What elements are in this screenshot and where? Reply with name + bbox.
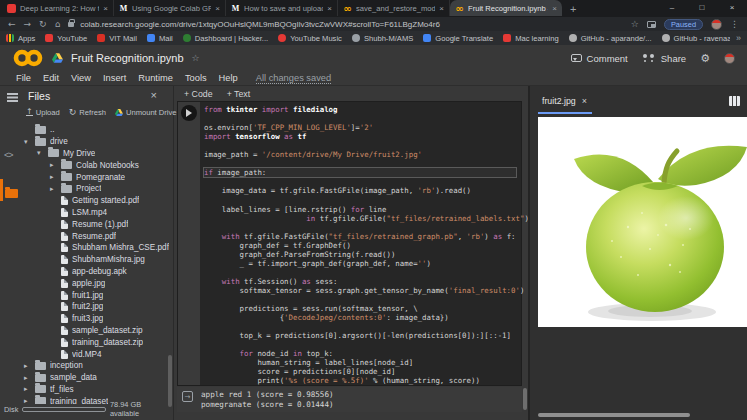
browser-tab[interactable]: ∞Fruit Recognition.ipynb - Colab×: [450, 0, 562, 16]
bookmarks-overflow-icon[interactable]: »: [736, 33, 741, 43]
tree-item[interactable]: training_dataset.zip: [22, 336, 170, 348]
tree-item[interactable]: ShubhamMishra.jpg: [22, 254, 170, 266]
bookmark-item[interactable]: VIT Mail: [97, 34, 137, 43]
files-close-icon[interactable]: ×: [151, 89, 157, 101]
layout-columns-icon[interactable]: [729, 96, 740, 106]
image-panel-hscrollbar[interactable]: [538, 413, 690, 417]
tree-item[interactable]: fruit2.jpg: [22, 301, 170, 313]
browser-avatar[interactable]: [711, 19, 722, 30]
tree-item[interactable]: Shubham Mishra_CSE.pdf: [22, 242, 170, 254]
tree-item[interactable]: ▾My Drive: [22, 148, 170, 160]
code-snippets-icon[interactable]: <>: [4, 150, 13, 160]
tab-close-icon[interactable]: ×: [215, 4, 220, 13]
bookmark-item[interactable]: Google Translate: [423, 34, 493, 43]
tree-item[interactable]: apple.jpg: [22, 277, 170, 289]
tab-close-icon[interactable]: ×: [327, 4, 332, 13]
bookmark-item[interactable]: GitHub - ravenaaa...: [662, 34, 730, 43]
tree-arrow-icon[interactable]: ▾: [24, 138, 31, 146]
tree-arrow-icon[interactable]: ▸: [24, 385, 31, 393]
files-scrollbar[interactable]: [168, 355, 172, 407]
tree-item[interactable]: ▸sample_data: [22, 372, 170, 384]
home-icon[interactable]: ⌂: [55, 19, 61, 29]
tree-arrow-icon[interactable]: ▸: [50, 185, 57, 193]
browser-tab[interactable]: Deep Learning 2: How to Uploa×: [2, 0, 114, 16]
bookmark-item[interactable]: Mail: [147, 34, 173, 43]
account-avatar[interactable]: [724, 53, 735, 64]
bookmark-item[interactable]: GitHub - aparande/...: [569, 34, 652, 43]
tree-item[interactable]: ▸inception: [22, 360, 170, 372]
tree-item[interactable]: fruit3.jpg: [22, 313, 170, 325]
address-bar[interactable]: colab.research.google.com/drive/1xtqyOOu…: [80, 20, 622, 29]
browser-tab[interactable]: MHow to save and upload Deep L×: [226, 0, 338, 16]
run-cell-button[interactable]: [181, 105, 197, 121]
tree-item[interactable]: sample_dataset.zip: [22, 325, 170, 337]
bookmark-item[interactable]: Apps: [6, 34, 35, 43]
menu-edit[interactable]: Edit: [43, 73, 59, 83]
bookmark-favicon: [503, 34, 511, 42]
tree-item[interactable]: app-debug.apk: [22, 266, 170, 278]
image-tab-close-icon[interactable]: ×: [582, 96, 587, 106]
menu-runtime[interactable]: Runtime: [138, 73, 173, 83]
menu-help[interactable]: Help: [219, 73, 238, 83]
tree-arrow-icon[interactable]: ▸: [50, 173, 57, 181]
hamburger-icon[interactable]: [7, 93, 18, 95]
share-button[interactable]: Share: [642, 53, 686, 64]
notebook-title[interactable]: Fruit Recognition.ipynb: [71, 52, 184, 64]
tree-item[interactable]: ▸tf_files: [22, 384, 170, 396]
add-code-button[interactable]: + Code: [184, 89, 213, 99]
code-editor[interactable]: from tkinter import filedialog os.enviro…: [204, 105, 519, 385]
bookmark-item[interactable]: YouTube Music: [278, 34, 342, 43]
new-tab-button[interactable]: +: [570, 3, 576, 15]
tree-arrow-icon[interactable]: ▸: [24, 374, 31, 382]
add-text-button[interactable]: + Text: [227, 89, 251, 99]
menu-insert[interactable]: Insert: [103, 73, 126, 83]
back-icon[interactable]: ←: [8, 19, 16, 29]
tree-arrow-icon[interactable]: ▾: [37, 149, 44, 157]
maximize-button[interactable]: □: [687, 0, 717, 16]
tab-close-icon[interactable]: ×: [103, 4, 108, 13]
refresh-button[interactable]: ↻ Refresh: [69, 107, 106, 117]
reload-icon[interactable]: ↻: [39, 19, 47, 29]
forward-icon[interactable]: →: [24, 19, 32, 29]
tree-item[interactable]: Resume.pdf: [22, 230, 170, 242]
tree-item[interactable]: vid.MP4: [22, 348, 170, 360]
tree-item[interactable]: ▸Project: [22, 183, 170, 195]
tree-arrow-icon[interactable]: ▸: [24, 362, 31, 370]
bookmark-item[interactable]: Dashboard | Hacker...: [183, 34, 268, 43]
close-button[interactable]: ×: [717, 0, 747, 16]
tree-item[interactable]: ▾drive: [22, 136, 170, 148]
tree-item[interactable]: ▸Colab Notebooks: [22, 159, 170, 171]
browser-tab[interactable]: ∞save_and_restore_models.ipynb×: [338, 0, 450, 16]
bookmark-star-icon[interactable]: ☆: [631, 19, 639, 29]
menu-view[interactable]: View: [71, 73, 91, 83]
image-tab[interactable]: fruit2.jpg ×: [542, 96, 587, 106]
tree-item[interactable]: ..: [22, 124, 170, 136]
pip-icon[interactable]: [647, 21, 656, 28]
star-notebook-icon[interactable]: ☆: [192, 53, 200, 63]
unmount-drive-button[interactable]: Unmount Drive: [115, 108, 177, 117]
minimize-button[interactable]: –: [657, 0, 687, 16]
comment-button[interactable]: Comment: [571, 53, 628, 64]
bookmark-item[interactable]: Shubh-M/AMS: [352, 34, 413, 43]
upload-button[interactable]: ↑ Upload: [26, 108, 60, 117]
tree-item[interactable]: LSM.mp4: [22, 207, 170, 219]
tab-close-icon[interactable]: ×: [439, 4, 444, 13]
tree-item[interactable]: fruit1.jpg: [22, 289, 170, 301]
browser-tab[interactable]: MUsing Google Colab GPU VM + ×: [114, 0, 226, 16]
bookmark-item[interactable]: YouTube: [45, 34, 87, 43]
notebook-scrollbar[interactable]: [523, 388, 527, 410]
files-rail-icon[interactable]: [5, 184, 18, 202]
tree-item[interactable]: Getting started.pdf: [22, 195, 170, 207]
settings-gear-icon[interactable]: ⚙: [700, 52, 710, 65]
tree-arrow-icon[interactable]: ▸: [50, 161, 57, 169]
tab-title: Fruit Recognition.ipynb - Colab: [468, 4, 548, 13]
tree-item[interactable]: Resume (1).pdf: [22, 218, 170, 230]
kebab-menu-icon[interactable]: ⋮: [730, 19, 739, 29]
extension-paused-badge[interactable]: Paused: [664, 19, 703, 30]
menu-tools[interactable]: Tools: [185, 73, 207, 83]
tab-close-icon[interactable]: ×: [552, 4, 557, 13]
tree-item[interactable]: ▸Pomegranate: [22, 171, 170, 183]
bookmark-item[interactable]: Mac learning: [503, 34, 558, 43]
save-status[interactable]: All changes saved: [256, 73, 331, 84]
menu-file[interactable]: File: [16, 73, 31, 83]
